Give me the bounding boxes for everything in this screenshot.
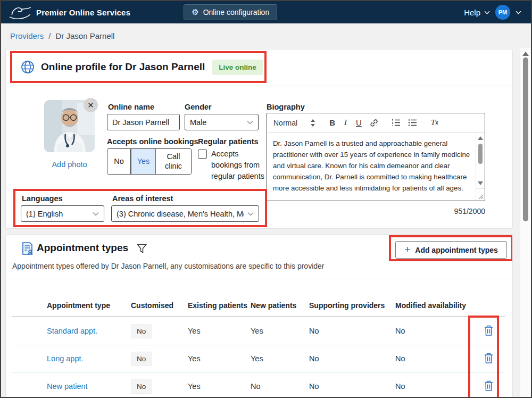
chevron-down-icon — [247, 120, 253, 125]
appointment-link[interactable]: New patient — [47, 382, 88, 391]
top-navbar: Premier Online Services ⚙ Online configu… — [1, 1, 531, 23]
table-header-divider — [12, 316, 505, 317]
table-row: Standard appt. No Yes Yes No No — [6, 317, 512, 345]
appointment-types-title: Appointment types — [37, 242, 128, 254]
annotation-box-add-button: + Add appointment types — [389, 235, 513, 261]
page-title: Online profile for Dr Jason Parnell — [41, 61, 205, 73]
appointment-types-card: Appointment types + Add appointment type… — [5, 234, 513, 398]
customised-badge: No — [131, 379, 152, 394]
navbar-right: Help PM — [464, 5, 521, 20]
biography-label: Biography — [267, 103, 305, 111]
page-scrollbar — [520, 48, 531, 397]
biography-scrollbar — [476, 133, 485, 188]
link-icon[interactable] — [370, 119, 378, 127]
areas-of-interest-select[interactable]: (3) Chronic disease, Men's Health, Men..… — [111, 205, 259, 222]
help-label: Help — [464, 8, 480, 17]
col-appointment-type: Appointment type — [47, 301, 131, 310]
accepts-online-bookings-segmented: No Yes Call clinic — [107, 148, 192, 175]
gender-value: Male — [190, 118, 244, 127]
appointment-types-description: Appointment types offered by Dr Jason Pa… — [12, 262, 324, 270]
online-name-input[interactable] — [107, 114, 180, 130]
remove-photo-button[interactable]: ✕ — [84, 98, 98, 112]
languages-value: (1) English — [26, 210, 89, 218]
chevron-down-icon[interactable] — [516, 11, 521, 14]
annotation-box-languages: Languages (1) English Areas of interest … — [13, 189, 267, 227]
col-supporting-providers: Supporting providers — [309, 301, 395, 310]
scrollbar-thumb[interactable] — [523, 57, 528, 221]
filter-icon[interactable] — [137, 244, 147, 255]
live-online-badge: Live online — [212, 60, 263, 75]
gender-label: Gender — [185, 103, 212, 111]
appointment-types-icon — [21, 242, 34, 255]
online-configuration-button[interactable]: ⚙ Online configuration — [184, 4, 277, 20]
header-divider — [6, 86, 512, 86]
globe-icon — [21, 60, 35, 74]
col-new-patients: New patients — [251, 301, 309, 310]
col-customised: Customised — [131, 301, 188, 310]
resize-handle[interactable] — [476, 188, 485, 201]
add-photo-link[interactable]: Add photo — [44, 160, 95, 169]
col-modified-availability: Modified availability — [395, 301, 472, 310]
biography-text[interactable]: Dr. Jason Parnell is a trusted and appro… — [267, 133, 476, 201]
biography-editor: Normal B I U — [267, 113, 485, 201]
italic-button[interactable]: I — [344, 118, 347, 127]
brand-title: Premier Online Services — [36, 8, 130, 17]
breadcrumb-separator: / — [48, 31, 51, 40]
scroll-down-icon[interactable] — [478, 181, 483, 185]
table-row: New patient No Yes No No No — [6, 372, 512, 398]
brand-bird-icon — [9, 4, 32, 20]
clear-format-button[interactable]: Tx — [431, 118, 438, 127]
bookings-option-call-clinic[interactable]: Call clinic — [156, 149, 191, 174]
annotation-box-delete-column — [468, 316, 499, 398]
customised-badge: No — [131, 352, 152, 366]
languages-label: Languages — [22, 194, 63, 203]
gender-select[interactable]: Male — [185, 114, 259, 130]
chevron-down-icon — [484, 11, 490, 14]
online-configuration-label: Online configuration — [203, 8, 270, 16]
breadcrumb: Providers / Dr Jason Parnell — [1, 23, 531, 48]
bold-button[interactable]: B — [329, 118, 335, 127]
style-updown-icon — [310, 119, 315, 127]
gear-icon: ⚙ — [192, 9, 198, 16]
breadcrumb-current: Dr Jason Parnell — [56, 31, 115, 40]
online-profile-card: Online profile for Dr Jason Parnell Live… — [5, 49, 513, 229]
regular-patients-label: Regular patients — [198, 137, 259, 146]
appointment-link[interactable]: Long appt. — [47, 354, 84, 363]
section-divider — [6, 278, 512, 278]
underline-button[interactable]: U — [356, 118, 362, 127]
user-avatar[interactable]: PM — [495, 5, 510, 20]
scroll-up-icon[interactable] — [478, 136, 483, 140]
scroll-up-icon[interactable] — [522, 52, 529, 56]
accepts-online-bookings-label: Accepts online bookings — [107, 137, 198, 146]
scrollbar-thumb[interactable] — [478, 144, 483, 164]
col-existing-patients: Existing patients — [188, 301, 251, 310]
chevron-down-icon — [247, 212, 254, 216]
plus-icon: + — [404, 244, 410, 254]
ordered-list-icon[interactable] — [392, 119, 401, 127]
paragraph-style-select[interactable]: Normal — [273, 119, 297, 127]
online-name-label: Online name — [108, 103, 154, 111]
regular-patients-checkbox[interactable] — [198, 150, 207, 159]
annotation-box-profile-title: Online profile for Dr Jason Parnell Live… — [10, 51, 267, 83]
areas-of-interest-value: (3) Chronic disease, Men's Health, Men..… — [117, 210, 244, 218]
bullet-list-icon[interactable] — [408, 119, 417, 127]
chevron-down-icon — [93, 212, 99, 216]
character-count: 951/2000 — [267, 207, 485, 215]
table-row: Long appt. No Yes Yes No No — [6, 345, 512, 372]
areas-of-interest-label: Areas of interest — [112, 194, 173, 203]
customised-badge: No — [131, 324, 152, 338]
bookings-option-yes[interactable]: Yes — [131, 149, 156, 174]
app-window: { "navbar": { "brand": "Premier Online S… — [0, 0, 532, 398]
breadcrumb-providers-link[interactable]: Providers — [10, 31, 44, 40]
regular-patients-checkbox-label: Accepts bookings from regular patients — [211, 148, 265, 182]
biography-toolbar: Normal B I U — [267, 113, 485, 132]
bookings-option-no[interactable]: No — [107, 149, 131, 174]
languages-select[interactable]: (1) English — [21, 205, 104, 222]
help-menu[interactable]: Help — [464, 8, 490, 17]
table-header-row: Appointment type Customised Existing pat… — [6, 301, 512, 310]
appointment-link[interactable]: Standard appt. — [47, 327, 97, 335]
add-appointment-types-button[interactable]: + Add appointment types — [395, 241, 507, 259]
